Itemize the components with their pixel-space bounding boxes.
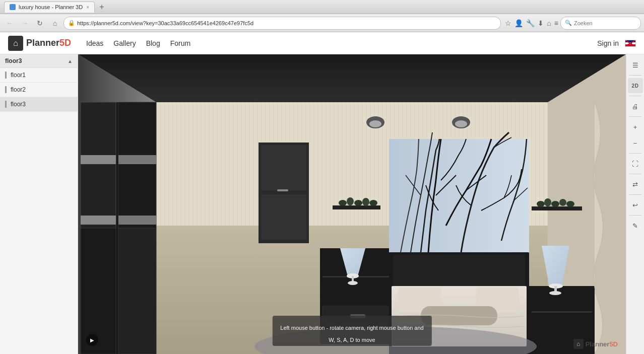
extensions-icon[interactable]: 🔧 [526,19,535,27]
language-flag[interactable] [625,40,636,47]
tab-favicon [10,4,16,10]
wardrobe-strip-1 [81,155,116,164]
ns-drawer-handle [350,314,365,318]
floor-item-3[interactable]: floor3 [0,97,78,112]
left-shelf [333,205,380,209]
address-bar-container: 🔒 [63,17,501,30]
wardrobe-panel-2 [118,102,156,228]
ceiling-light-glow-1 [369,120,381,127]
sidebar-title: floor3 [5,57,22,64]
new-tab-button[interactable]: + [97,2,107,12]
left-lamp-foot [348,281,358,285]
bookmark-icon[interactable]: ☆ [505,19,511,27]
rplant-5 [566,201,574,207]
fullscreen-button[interactable]: ⛶ [628,156,643,171]
home-button[interactable]: ⌂ [48,17,61,30]
floor-indicator-2 [5,86,7,93]
wardrobe-strip-3 [81,216,116,225]
floor-indicator-1 [5,72,7,79]
nav-gallery[interactable]: Gallery [113,39,136,47]
plant-5 [369,200,377,206]
nav-forum[interactable]: Forum [170,39,190,47]
rns-shelf-line [532,311,592,313]
wardrobe-panel-1 [81,102,116,228]
home-toolbar-icon[interactable]: ⌂ [547,19,551,27]
play-button[interactable]: ▶ [86,334,98,346]
door-handle [277,189,288,191]
toolbar-separator-5 [629,174,641,174]
toolbar-separator-6 [629,194,641,195]
bedroom-scene [78,54,626,354]
headboard-cushion [393,255,525,290]
plant-1 [339,200,347,206]
watermark-text: Planner5D [586,340,618,348]
print-button[interactable]: 🖨 [628,99,643,114]
main-nav: Ideas Gallery Blog Forum [86,39,597,47]
browser-toolbar: ← → ↻ ⌂ 🔒 ☆ 👤 🔧 ⬇ ⌂ ≡ 🔍 [0,14,644,32]
floor-item-2[interactable]: floor2 [0,83,78,97]
zoom-in-button[interactable]: + [628,119,643,134]
rplant-3 [551,201,559,207]
wardrobe-strip-4 [118,216,156,225]
door-panel-2 [261,194,306,240]
forward-button[interactable]: → [18,17,31,30]
floor-indicator-3 [5,101,7,108]
wall-artwork [389,139,529,252]
tab-title: luxury house - Planner 3D [19,4,83,10]
2d-view-button[interactable]: 2D [628,78,643,93]
wardrobe-strip-2 [118,155,156,164]
edit-button[interactable]: ✎ [628,218,643,233]
2d-label: 2D [632,83,639,89]
refresh-button[interactable]: ↻ [33,17,46,30]
wardrobe-lower-1 [81,228,116,354]
sidebar-scroll-up[interactable]: ▲ [68,58,73,64]
toolbar-separator-2 [629,96,641,96]
browser-toolbar-icons: ☆ 👤 🔧 ⬇ ⌂ ≡ [505,19,558,27]
watermark-icon: ⌂ [573,339,584,349]
plant-2 [347,197,354,205]
nav-ideas[interactable]: Ideas [86,39,103,47]
ceiling [78,54,626,102]
address-bar[interactable] [77,20,496,26]
right-lamp-foot [549,291,561,295]
right-shelf [532,206,582,210]
browser-titlebar: luxury house - Planner 3D × + [0,0,644,14]
sidebar: floor3 ▲ floor1 floor2 floor3 [0,54,78,354]
menu-button[interactable]: ☰ [628,57,643,73]
watermark: ⌂ Planner5D [573,339,618,349]
logo[interactable]: ⌂ Planner5D [8,36,71,51]
toolbar-separator-3 [629,116,641,117]
undo-button[interactable]: ↩ [628,197,643,213]
ceiling-light-glow-2 [455,120,467,127]
bedroom-svg [78,54,626,354]
logo-text: Planner5D [26,38,71,48]
toolbar-separator-1 [629,75,641,76]
tab-close-button[interactable]: × [86,5,89,10]
download-icon[interactable]: ⬇ [538,19,544,27]
sidebar-header: floor3 ▲ [0,54,78,68]
rplant-4 [559,199,566,206]
search-input[interactable] [574,20,636,26]
main-area: floor3 ▲ floor1 floor2 floor3 [0,54,644,354]
plant-3 [354,200,362,206]
user-account-icon[interactable]: 👤 [514,19,523,27]
rplant-1 [537,201,545,207]
3d-view-container[interactable]: Left mouse button - rotate camera, right… [78,54,626,354]
door-panel-1 [261,145,306,190]
share-button[interactable]: ⇄ [628,177,643,192]
rplant-2 [544,198,551,206]
wardrobe-lower-2 [118,228,156,354]
browser-tab[interactable]: luxury house - Planner 3D × [4,2,95,13]
more-menu-icon[interactable]: ≡ [554,19,558,27]
search-icon: 🔍 [565,20,572,26]
search-container: 🔍 [560,17,641,30]
toolbar-separator-4 [629,153,641,154]
back-button[interactable]: ← [3,17,16,30]
app-header: ⌂ Planner5D Ideas Gallery Blog Forum Sig… [0,32,644,54]
floor-item-1[interactable]: floor1 [0,68,78,83]
header-right: Sign in [597,39,636,47]
sign-in-button[interactable]: Sign in [597,39,619,47]
logo-house-icon: ⌂ [13,39,18,48]
zoom-out-button[interactable]: − [628,135,643,151]
nav-blog[interactable]: Blog [146,39,160,47]
